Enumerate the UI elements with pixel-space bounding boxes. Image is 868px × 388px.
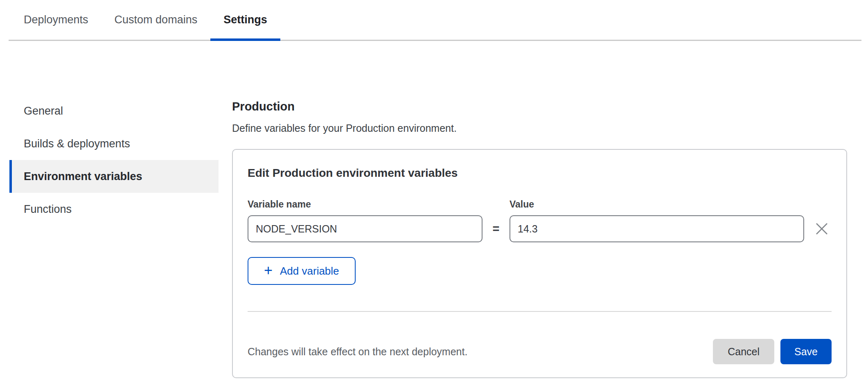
add-variable-label: Add variable (280, 265, 339, 277)
tab-deployments[interactable]: Deployments (11, 0, 101, 40)
sidebar-item-general[interactable]: General (9, 95, 219, 127)
label-spacer (482, 199, 510, 210)
card-footer: Changes will take effect on the next dep… (248, 339, 832, 364)
variable-value-input[interactable] (510, 215, 804, 242)
save-button[interactable]: Save (780, 339, 832, 364)
page-subtitle: Define variables for your Production env… (232, 122, 847, 134)
tab-custom-domains[interactable]: Custom domains (101, 0, 211, 40)
environment-variables-panel: Production Define variables for your Pro… (232, 99, 847, 378)
equals-sign: = (482, 222, 510, 236)
footer-actions: Cancel Save (713, 339, 832, 364)
x-icon (815, 222, 829, 236)
settings-content: General Builds & deployments Environment… (0, 41, 868, 378)
card-title: Edit Production environment variables (248, 166, 832, 180)
cancel-button[interactable]: Cancel (713, 339, 774, 364)
edit-variables-card: Edit Production environment variables Va… (232, 149, 847, 378)
tab-settings[interactable]: Settings (210, 0, 280, 40)
sidebar-item-builds-deployments[interactable]: Builds & deployments (9, 127, 219, 160)
settings-sidebar: General Builds & deployments Environment… (9, 95, 219, 378)
value-label: Value (510, 199, 534, 210)
card-divider (248, 311, 832, 312)
add-variable-button[interactable]: + Add variable (248, 257, 356, 285)
project-tab-bar: Deployments Custom domains Settings (9, 0, 861, 41)
footer-note: Changes will take effect on the next dep… (248, 346, 467, 358)
plus-icon: + (264, 263, 273, 278)
field-labels-row: Variable name Value (248, 199, 832, 210)
page-title: Production (232, 99, 847, 114)
remove-variable-button[interactable] (812, 219, 832, 239)
variable-row: = (248, 215, 832, 242)
variable-name-label: Variable name (248, 199, 482, 210)
variable-name-input[interactable] (248, 215, 482, 242)
sidebar-item-environment-variables[interactable]: Environment variables (9, 160, 219, 193)
sidebar-item-functions[interactable]: Functions (9, 193, 219, 226)
